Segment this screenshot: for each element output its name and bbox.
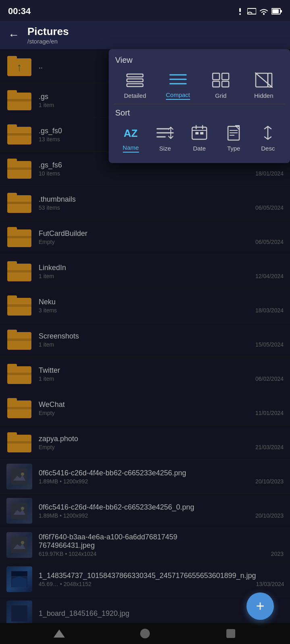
svg-point-4 xyxy=(263,13,265,15)
cast-icon xyxy=(247,8,256,15)
svg-rect-26 xyxy=(192,127,207,139)
fab-add-button[interactable]: + xyxy=(246,592,274,620)
view-grid-button[interactable]: Grid xyxy=(207,70,235,99)
sort-name-label: Name xyxy=(123,144,139,153)
detailed-icon xyxy=(125,70,145,90)
header: ← Pictures /storage/en xyxy=(0,21,290,49)
sort-name-icon: AZ xyxy=(121,122,141,142)
sort-type-label: Type xyxy=(227,145,240,152)
grid-label: Grid xyxy=(215,92,226,99)
sort-date-button[interactable]: Date xyxy=(185,123,213,152)
svg-rect-17 xyxy=(222,81,229,87)
svg-rect-30 xyxy=(195,132,199,134)
compact-icon xyxy=(168,70,188,89)
view-sort-menu: View Detailed Compact xyxy=(109,49,290,163)
wifi-icon xyxy=(259,8,268,15)
page-title: Pictures xyxy=(27,25,69,38)
sort-type-button[interactable]: Type xyxy=(220,123,248,152)
svg-line-20 xyxy=(255,72,273,88)
sort-size-icon xyxy=(155,123,175,142)
svg-rect-10 xyxy=(127,84,143,87)
sort-desc-icon xyxy=(258,123,278,142)
sort-desc-button[interactable]: Desc xyxy=(254,123,282,152)
view-hidden-button[interactable]: Hidden xyxy=(250,70,278,99)
alert-icon xyxy=(236,7,244,15)
sort-name-button[interactable]: AZ Name xyxy=(117,122,145,153)
battery-icon xyxy=(271,8,282,15)
grid-icon xyxy=(211,70,230,90)
sort-date-label: Date xyxy=(193,145,206,152)
compact-label: Compact xyxy=(166,91,190,100)
svg-rect-0 xyxy=(239,8,241,12)
sort-desc-label: Desc xyxy=(261,145,275,152)
sort-size-label: Size xyxy=(159,145,171,152)
sort-size-button[interactable]: Size xyxy=(151,123,179,152)
view-detailed-button[interactable]: Detailed xyxy=(121,70,149,99)
view-options-row: Detailed Compact xyxy=(114,70,285,100)
detailed-label: Detailed xyxy=(124,92,146,99)
svg-rect-15 xyxy=(222,73,229,80)
back-button[interactable]: ← xyxy=(6,27,21,43)
status-time: 00:34 xyxy=(8,6,31,17)
sort-section-title: Sort xyxy=(114,108,285,118)
hidden-icon xyxy=(254,70,273,90)
svg-rect-7 xyxy=(272,9,279,13)
header-title-area: Pictures /storage/en xyxy=(27,25,69,45)
svg-rect-31 xyxy=(200,132,203,134)
svg-rect-14 xyxy=(213,73,220,80)
svg-rect-9 xyxy=(127,79,143,82)
svg-text:AZ: AZ xyxy=(124,127,138,139)
view-compact-button[interactable]: Compact xyxy=(164,70,192,100)
sort-date-icon xyxy=(190,123,209,142)
svg-rect-6 xyxy=(280,10,282,12)
status-bar: 00:34 xyxy=(0,0,290,21)
sort-type-icon xyxy=(224,123,243,142)
svg-rect-16 xyxy=(213,81,220,87)
svg-rect-1 xyxy=(239,13,241,15)
divider xyxy=(114,104,285,104)
svg-rect-8 xyxy=(127,74,143,77)
view-section-title: View xyxy=(114,56,285,65)
header-path: /storage/en xyxy=(27,38,69,45)
status-icons xyxy=(236,7,282,15)
sort-options-row: AZ Name Size xyxy=(114,122,285,153)
hidden-label: Hidden xyxy=(254,92,273,99)
